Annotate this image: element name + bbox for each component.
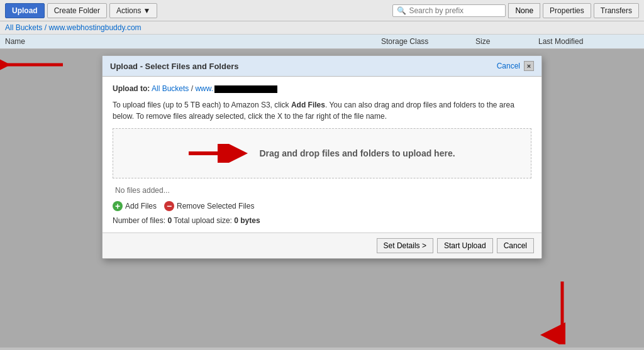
transfers-button[interactable]: Transfers [594, 3, 639, 18]
add-files-label: Add Files [125, 202, 157, 211]
actions-label: Actions [116, 6, 141, 15]
search-icon: 🔍 [397, 6, 406, 15]
instructions-text: To upload files (up to 5 TB each) to Ama… [113, 101, 291, 109]
add-files-bold: Add Files [291, 101, 325, 109]
modal-cancel-link[interactable]: Cancel [497, 62, 520, 70]
instructions: To upload files (up to 5 TB each) to Ama… [113, 99, 531, 122]
file-count-line: Number of files: 0 Total upload size: 0 … [113, 216, 531, 225]
actions-button[interactable]: Actions ▼ [109, 3, 157, 18]
remove-files-label: Remove Selected Files [177, 202, 254, 211]
modal-close-button[interactable]: × [524, 61, 534, 71]
create-folder-button[interactable]: Create Folder [47, 3, 107, 18]
drop-zone-arrow [189, 144, 252, 163]
upload-to-label: Upload to: [113, 84, 150, 93]
upload-modal: Upload - Select Files and Folders Cancel… [102, 55, 542, 259]
toolbar: Upload Create Folder Actions ▼ 🔍 None Pr… [0, 0, 644, 21]
col-storage-header: Storage Class [381, 37, 475, 46]
upload-path-site[interactable]: www. [195, 84, 213, 93]
col-modified-header: Last Modified [538, 37, 639, 46]
add-files-button[interactable]: + Add Files [113, 201, 157, 211]
toolbar-right: 🔍 None Properties Transfers [392, 3, 639, 18]
modal-title: Upload - Select Files and Folders [110, 62, 238, 71]
breadcrumb-all-buckets[interactable]: All Buckets [5, 23, 42, 32]
search-box[interactable]: 🔍 [392, 4, 506, 17]
upload-path-buckets[interactable]: All Buckets [152, 84, 189, 93]
upload-button[interactable]: Upload [5, 3, 45, 18]
modal-footer: Set Details > Start Upload Cancel [103, 232, 541, 258]
drop-zone[interactable]: Drag and drop files and folders to uploa… [113, 128, 531, 178]
cancel-footer-button[interactable]: Cancel [497, 238, 534, 253]
upload-size-label: Total upload size: [174, 216, 232, 225]
modal-header-right: Cancel × [497, 61, 534, 71]
remove-files-icon: − [164, 201, 174, 211]
modal-header: Upload - Select Files and Folders Cancel… [103, 56, 541, 77]
none-button[interactable]: None [508, 3, 540, 18]
add-files-icon: + [113, 201, 123, 211]
file-actions: + Add Files − Remove Selected Files [113, 201, 531, 211]
upload-to-line: Upload to: All Buckets / www. [113, 84, 531, 93]
redacted-domain [214, 85, 277, 93]
remove-files-button[interactable]: − Remove Selected Files [164, 201, 254, 211]
upload-size-value: 0 bytes [234, 216, 260, 225]
start-upload-button[interactable]: Start Upload [437, 238, 493, 253]
chevron-down-icon: ▼ [143, 6, 150, 15]
breadcrumb: All Buckets / www.webhostingbuddy.com [0, 21, 644, 35]
drop-zone-text: Drag and drop files and folders to uploa… [259, 148, 455, 158]
modal-overlay: Upload - Select Files and Folders Cancel… [0, 49, 644, 347]
search-input[interactable] [409, 6, 501, 15]
breadcrumb-site[interactable]: www.webhostingbuddy.com [48, 23, 141, 32]
col-size-header: Size [475, 37, 538, 46]
properties-button[interactable]: Properties [543, 3, 591, 18]
file-count-label: Number of files: [113, 216, 165, 225]
no-files-text: No files added... [113, 185, 531, 196]
table-header: Name Storage Class Size Last Modified [0, 35, 644, 49]
modal-body: Upload to: All Buckets / www. To upload … [103, 77, 541, 232]
main-content: Upload - Select Files and Folders Cancel… [0, 49, 644, 347]
set-details-button[interactable]: Set Details > [377, 238, 433, 253]
col-name-header: Name [5, 37, 381, 46]
file-count-value: 0 [167, 216, 172, 225]
